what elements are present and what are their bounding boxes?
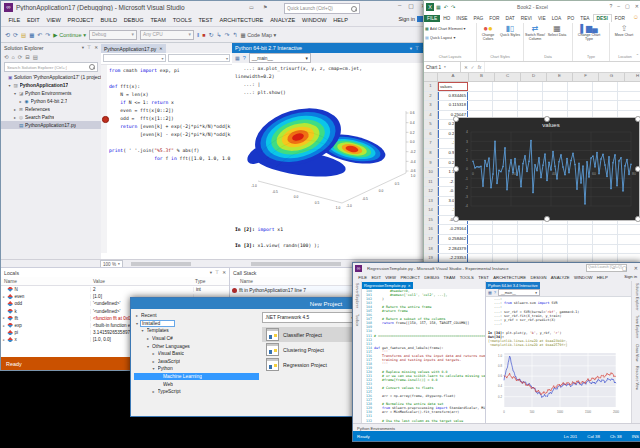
tree-item[interactable]: ▤ PythonApplication17.py bbox=[1, 121, 101, 129]
smiley-icon[interactable]: ☺ bbox=[633, 14, 639, 20]
column-header[interactable]: H bbox=[625, 73, 640, 81]
help-icon[interactable]: ? bbox=[494, 290, 496, 295]
menu-item[interactable]: EDIT bbox=[369, 275, 383, 280]
menu-item[interactable]: FILE bbox=[356, 275, 369, 280]
menu-item[interactable]: PROJECT bbox=[64, 17, 97, 23]
locals-title-bar[interactable]: Locals ▾ ⊤ ✕ bbox=[1, 268, 229, 277]
redo-icon[interactable]: ↷ bbox=[45, 31, 50, 38]
menu-item[interactable]: ARCHITECTURE bbox=[216, 17, 267, 23]
continue-button[interactable]: ▶ Continue ▾ bbox=[53, 32, 86, 38]
sheet-row[interactable]: 17 0.258462 bbox=[424, 235, 640, 245]
ribbon-tab[interactable]: INSE bbox=[453, 15, 470, 22]
maximize-button[interactable]: ▢ bbox=[625, 3, 630, 9]
menu-item[interactable]: ANALYZE bbox=[549, 275, 572, 280]
column-header[interactable]: D bbox=[521, 73, 547, 81]
menu-item[interactable]: WINDOW bbox=[572, 275, 595, 280]
menu-item[interactable]: BUILD bbox=[97, 17, 120, 23]
maximize-button[interactable]: ▢ bbox=[622, 265, 627, 271]
solution-explorer-title-bar[interactable]: Solution Explorer ▾ ⊤ ✕ bbox=[1, 43, 101, 52]
locals-row[interactable]: N 2 int bbox=[1, 286, 229, 293]
ribbon-tab[interactable]: PAG bbox=[471, 15, 487, 22]
menu-item[interactable]: DEBUG bbox=[120, 17, 147, 23]
row-header[interactable]: 5 bbox=[424, 120, 438, 129]
row-header[interactable]: 16 bbox=[424, 225, 438, 234]
excel-title-bar[interactable]: X ▦ ↶ ↷ Book2 - Excel ? – ▢ ✕ bbox=[424, 1, 640, 13]
interactive-tab[interactable]: Python 64-bit 3.4 Interactive bbox=[486, 282, 540, 289]
row-header[interactable]: 2 bbox=[424, 92, 438, 101]
cell-a[interactable]: 2.284379 bbox=[438, 245, 468, 254]
properties-icon[interactable]: ▤ bbox=[33, 54, 38, 60]
ribbon-tab[interactable]: VIE bbox=[535, 15, 549, 22]
resize-handle[interactable] bbox=[453, 216, 459, 222]
sign-in[interactable]: Sign in bbox=[399, 16, 423, 22]
reset-icon[interactable]: ▦ bbox=[488, 290, 492, 295]
interactive-body[interactable]: ...: ax.plot_trisurf(x, y, z, cmap=cm.je… bbox=[232, 63, 424, 259]
cell-a[interactable]: 0.834465 bbox=[438, 92, 468, 101]
flag-icon[interactable]: ⚑ bbox=[263, 4, 267, 10]
solution-search-input[interactable]: Search Solution Explorer (Ctrl+;) bbox=[4, 62, 98, 72]
menu-item[interactable]: TEST bbox=[476, 275, 491, 280]
name-box[interactable]: Chart 1▾ bbox=[424, 62, 461, 72]
grid-cells[interactable] bbox=[468, 101, 640, 110]
ribbon-tab[interactable]: DAT bbox=[502, 15, 517, 22]
quick-styles-button[interactable]: ▮▯Quick Styles bbox=[500, 24, 520, 55]
vs-title-bar[interactable]: ∞ PythonApplication17 (Debugging) - Micr… bbox=[1, 1, 429, 14]
resize-handle[interactable] bbox=[544, 116, 550, 122]
category-item[interactable]: Machine Learning bbox=[134, 373, 259, 381]
tree-item[interactable]: ▾ ◪ Python Environments bbox=[1, 89, 101, 97]
cancel-icon[interactable]: ✕ bbox=[464, 65, 468, 70]
menu-item[interactable]: HELP bbox=[595, 275, 610, 280]
grid-cells[interactable] bbox=[468, 82, 640, 91]
home-icon[interactable]: ⌂ bbox=[12, 54, 15, 60]
grid-cells[interactable] bbox=[468, 225, 640, 234]
change-chart-type-button[interactable]: ▌▆▄Change Chart Type bbox=[574, 24, 604, 55]
docked-tool-tab[interactable]: Solution Explorer bbox=[635, 283, 639, 310]
dropdown-icon[interactable]: ▾ bbox=[210, 270, 212, 275]
platform-dropdown[interactable]: Any CPU▾ bbox=[140, 30, 194, 40]
document-tab[interactable]: PythonApplication17.py ✕ bbox=[101, 44, 166, 53]
ribbon-tab[interactable]: LOA bbox=[549, 15, 565, 22]
scope-dropdown[interactable]: __main__▾ bbox=[249, 53, 311, 63]
type-dropdown[interactable]: ▾ bbox=[103, 54, 166, 62]
menu-item[interactable]: EDIT bbox=[24, 17, 44, 23]
enter-icon[interactable]: ✓ bbox=[471, 65, 475, 70]
sign-in[interactable]: Sign in bbox=[624, 274, 637, 279]
menu-item[interactable]: ANALYZE bbox=[267, 17, 299, 23]
menu-item[interactable]: TEST bbox=[195, 17, 216, 23]
grid-cells[interactable] bbox=[468, 92, 640, 101]
pin-icon[interactable]: ⊤ bbox=[215, 270, 219, 275]
dropdown-icon[interactable]: ▾ bbox=[410, 46, 412, 51]
row-header[interactable]: 13 bbox=[424, 197, 438, 206]
column-header[interactable]: B bbox=[469, 73, 495, 81]
switch-row-column-button[interactable]: ⇄Switch Row/ Column bbox=[525, 24, 545, 55]
tree-item[interactable]: ▸ ◉ Python 64-bit 2.7 bbox=[1, 97, 101, 105]
ribbon-tab[interactable]: TEA bbox=[577, 15, 592, 22]
save-icon[interactable]: ▦ bbox=[29, 32, 34, 38]
member-dropdown[interactable]: ▾ bbox=[168, 54, 231, 62]
category-item[interactable]: ▾ Python bbox=[134, 365, 259, 373]
change-colors-button[interactable]: ●●Change Colors bbox=[478, 24, 498, 55]
close-icon[interactable]: ✕ bbox=[222, 270, 226, 275]
ribbon-tab[interactable]: DESI bbox=[593, 14, 612, 22]
ribbon-tab[interactable]: HO bbox=[440, 15, 453, 22]
col-type[interactable]: Type bbox=[193, 279, 229, 284]
close-button[interactable]: ✕ bbox=[635, 3, 639, 9]
docked-tool-tab[interactable]: Server Explorer bbox=[355, 283, 359, 308]
category-item[interactable]: ▾ Installed bbox=[134, 320, 259, 328]
add-chart-element-button[interactable]: ▦Add Chart Element ▾ bbox=[425, 24, 475, 33]
category-item[interactable]: ▸ Visual Basic bbox=[134, 350, 259, 358]
cell-a[interactable]: 0.115318 bbox=[438, 101, 468, 110]
column-header[interactable]: E bbox=[547, 73, 573, 81]
menu-item[interactable]: TEAM bbox=[147, 17, 169, 23]
row-header[interactable]: 8 bbox=[424, 149, 438, 158]
category-item[interactable]: ▾ Other Languages bbox=[134, 342, 259, 350]
menu-item[interactable]: TEAM bbox=[441, 275, 457, 280]
menu-item[interactable]: HELP bbox=[330, 17, 351, 23]
col-value[interactable]: Value bbox=[91, 279, 193, 284]
tree-item[interactable]: ▸ ◎ Search Paths bbox=[1, 113, 101, 121]
back-icon[interactable]: ⟲ bbox=[4, 54, 9, 60]
menu-item[interactable]: FILE bbox=[5, 17, 24, 23]
feedback-icon[interactable]: ▭ bbox=[249, 4, 254, 10]
minimize-button[interactable]: – bbox=[617, 3, 620, 9]
close-icon[interactable]: ✕ bbox=[159, 46, 162, 51]
